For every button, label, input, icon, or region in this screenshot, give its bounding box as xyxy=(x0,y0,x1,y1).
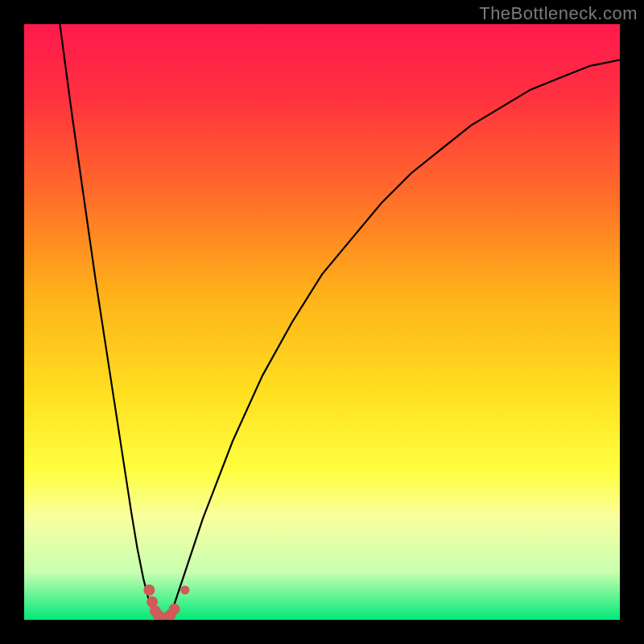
chart-frame: TheBottleneck.com xyxy=(0,0,644,644)
data-marker xyxy=(168,604,180,615)
gradient-background xyxy=(24,24,620,620)
data-marker xyxy=(180,585,189,594)
watermark-text: TheBottleneck.com xyxy=(479,3,638,24)
plot-area xyxy=(24,24,620,620)
data-marker xyxy=(143,584,155,596)
bottleneck-chart xyxy=(24,24,620,620)
